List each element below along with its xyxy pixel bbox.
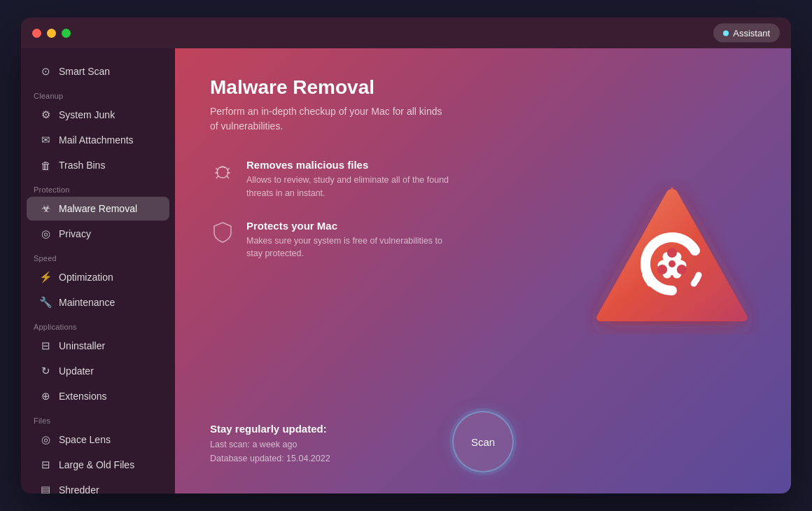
feature-removes-text: Removes malicious files Allows to review… (246, 159, 456, 200)
section-label-applications: Applications (21, 316, 175, 334)
sidebar-item-space-lens[interactable]: ◎ Space Lens (27, 428, 169, 451)
sidebar-item-mail-attachments[interactable]: ✉ Mail Attachments (27, 128, 169, 152)
sidebar-item-trash-bins[interactable]: 🗑 Trash Bins (27, 153, 169, 177)
sidebar-item-updater[interactable]: ↻ Updater (27, 359, 169, 383)
minimize-button[interactable] (47, 29, 56, 38)
section-label-cleanup: Cleanup (21, 85, 175, 103)
biohazard-container (581, 171, 763, 353)
assistant-label: Assistant (733, 28, 770, 38)
feature-removes-title: Removes malicious files (246, 159, 456, 171)
svg-point-13 (657, 265, 667, 274)
privacy-icon: ◎ (39, 227, 52, 240)
scan-button[interactable]: Scan (452, 411, 514, 472)
sidebar-item-maintenance[interactable]: 🔧 Maintenance (27, 290, 169, 314)
sidebar-item-label: Shredder (59, 484, 99, 493)
sidebar-item-label: Space Lens (59, 434, 111, 445)
malware-icon: ☣ (39, 202, 52, 215)
sidebar-item-label: Mail Attachments (59, 134, 134, 146)
sidebar-item-privacy[interactable]: ◎ Privacy (27, 222, 169, 246)
page-title: Malware Removal (210, 76, 756, 99)
main-content: Malware Removal Perform an in-depth chec… (175, 48, 791, 493)
extensions-icon: ⊕ (39, 390, 52, 402)
biohazard-svg (584, 174, 760, 349)
app-body: ⊙ Smart Scan Cleanup ⚙ System Junk ✉ Mai… (21, 48, 791, 493)
sidebar-item-smart-scan[interactable]: ⊙ Smart Scan (27, 59, 169, 83)
sidebar-item-label: Smart Scan (59, 66, 110, 77)
section-label-speed: Speed (21, 247, 175, 265)
section-label-protection: Protection (21, 178, 175, 197)
sidebar-item-label: Malware Removal (59, 203, 137, 214)
bug-icon (210, 159, 235, 184)
sidebar-item-label: Maintenance (59, 297, 115, 308)
sidebar-item-label: Uninstaller (59, 340, 105, 351)
sidebar-item-label: System Junk (59, 109, 115, 120)
system-junk-icon: ⚙ (39, 108, 52, 121)
shield-icon (210, 220, 235, 245)
optimization-icon: ⚡ (39, 271, 52, 284)
svg-point-15 (668, 260, 676, 267)
sidebar-item-label: Privacy (59, 228, 91, 239)
svg-line-6 (227, 176, 229, 178)
sidebar-item-label: Extensions (59, 391, 106, 402)
feature-protects-desc: Makes sure your system is free of vulner… (246, 234, 456, 261)
sidebar-item-label: Trash Bins (59, 160, 105, 171)
shredder-icon: ▤ (39, 484, 52, 493)
titlebar: Assistant (21, 18, 791, 48)
sidebar-item-extensions[interactable]: ⊕ Extensions (27, 384, 169, 408)
feature-protects-title: Protects your Mac (246, 220, 456, 232)
scan-button-container: Scan (452, 411, 514, 472)
svg-point-11 (667, 248, 677, 258)
sidebar-item-large-old-files[interactable]: ⊟ Large & Old Files (27, 453, 169, 477)
feature-removes-desc: Allows to review, study and eliminate al… (246, 174, 456, 200)
svg-point-12 (677, 265, 687, 274)
feature-protects-text: Protects your Mac Makes sure your system… (246, 220, 456, 261)
uninstaller-icon: ⊟ (39, 340, 52, 352)
maintenance-icon: 🔧 (39, 296, 52, 309)
updater-icon: ↻ (39, 365, 52, 377)
sidebar: ⊙ Smart Scan Cleanup ⚙ System Junk ✉ Mai… (21, 48, 175, 493)
smart-scan-icon: ⊙ (39, 65, 52, 78)
assistant-button[interactable]: Assistant (713, 24, 780, 43)
mail-icon: ✉ (39, 134, 52, 146)
sidebar-item-optimization[interactable]: ⚡ Optimization (27, 265, 169, 289)
sidebar-item-label: Updater (59, 365, 94, 377)
sidebar-item-system-junk[interactable]: ⚙ System Junk (27, 103, 169, 127)
assistant-dot (723, 30, 729, 36)
trash-icon: 🗑 (39, 159, 52, 172)
space-lens-icon: ◎ (39, 433, 52, 446)
page-subtitle: Perform an in-depth checkup of your Mac … (210, 104, 448, 134)
sidebar-item-uninstaller[interactable]: ⊟ Uninstaller (27, 334, 169, 358)
app-window: Assistant ⊙ Smart Scan Cleanup ⚙ System … (21, 18, 791, 493)
fullscreen-button[interactable] (62, 29, 71, 38)
sidebar-item-malware-removal[interactable]: ☣ Malware Removal (27, 197, 169, 220)
large-files-icon: ⊟ (39, 458, 52, 471)
traffic-lights (32, 29, 71, 38)
sidebar-item-shredder[interactable]: ▤ Shredder (27, 478, 169, 493)
sidebar-item-label: Optimization (59, 272, 113, 283)
section-label-files: Files (21, 410, 175, 428)
sidebar-item-label: Large & Old Files (59, 459, 134, 470)
close-button[interactable] (32, 29, 41, 38)
svg-line-5 (216, 176, 218, 178)
